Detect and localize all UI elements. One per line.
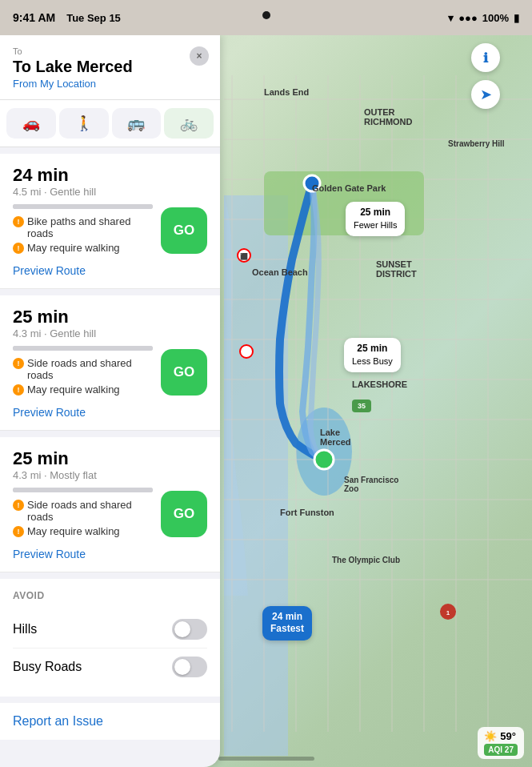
route-3-warning-1: ! Side roads and shared roads [13, 499, 153, 523]
go-button-2[interactable]: GO [161, 349, 207, 396]
weather-widget: ☀️ 59° AQI 27 [478, 727, 524, 759]
transport-tabs: 🚗 🚶 🚌 🚲 [0, 100, 220, 147]
label-less-busy: 25 minLess Busy [344, 338, 401, 372]
avoid-title: AVOID [13, 590, 207, 601]
home-indicator[interactable] [218, 757, 314, 761]
avoid-hills-row: Hills [13, 611, 207, 649]
route-2-detail: 4.3 mi · Gentle hill [13, 327, 207, 339]
route-1-progress [13, 204, 153, 209]
wifi-icon: ▾ [448, 12, 454, 24]
go-button-3[interactable]: GO [161, 491, 207, 537]
preview-link-1[interactable]: Preview Route [13, 264, 207, 277]
warning-dot-2: ! [13, 243, 24, 254]
busy-roads-toggle[interactable] [172, 657, 207, 677]
battery-label: 100% [482, 12, 509, 24]
sidebar-panel: To To Lake Merced From My Location × 🚗 🚶… [0, 35, 220, 767]
route-card-3: 25 min 4.3 mi · Mostly flat ! Side roads… [0, 437, 220, 572]
camera-dot [262, 11, 270, 19]
route-2-time: 25 min [13, 307, 207, 327]
svg-text:1: 1 [446, 609, 450, 616]
warning-text-3: Side roads and shared roads [27, 357, 153, 381]
from-label: From My Location [13, 78, 207, 90]
preview-link-3[interactable]: Preview Route [13, 548, 207, 560]
temperature: 59° [500, 730, 516, 742]
route-1-progress-wrap: ! Bike paths and shared roads ! May requ… [13, 204, 153, 256]
route-3-detail: 4.3 mi · Mostly flat [13, 469, 207, 481]
svg-text:⬛: ⬛ [240, 252, 248, 260]
route-2-progress-wrap: ! Side roads and shared roads ! May requ… [13, 346, 153, 398]
svg-point-26 [314, 450, 334, 469]
route-3-progress-wrap: ! Side roads and shared roads ! May requ… [13, 488, 153, 540]
route-1-inner: ! Bike paths and shared roads ! May requ… [13, 204, 207, 256]
battery-icon: ▮ [514, 12, 519, 24]
status-right: ▾ ●●● 100% ▮ [448, 12, 519, 24]
tab-walk[interactable]: 🚶 [59, 108, 109, 139]
svg-point-29 [240, 345, 253, 358]
report-section: Report an Issue [0, 703, 220, 740]
warning-dot-5: ! [13, 500, 24, 511]
route-3-progress [13, 488, 153, 492]
route-1-warning-1: ! Bike paths and shared roads [13, 215, 153, 239]
warning-dot-3: ! [13, 358, 24, 369]
go-button-1[interactable]: GO [161, 207, 207, 254]
avoid-busy-roads-row: Busy Roads [13, 649, 207, 685]
warning-dot-1: ! [13, 216, 24, 227]
info-icon: ℹ [483, 50, 488, 66]
location-button[interactable]: ➤ [471, 80, 500, 109]
label-fastest: 24 min Fastest [262, 606, 312, 641]
tab-bike[interactable]: 🚲 [164, 108, 214, 139]
warning-text-1: Bike paths and shared roads [27, 215, 153, 239]
avoid-hills-label: Hills [13, 622, 37, 636]
signal-icon: ●●● [458, 12, 478, 24]
route-1-detail: 4.5 mi · Gentle hill [13, 186, 207, 198]
close-button[interactable]: × [190, 46, 209, 66]
status-time: 9:41 AM [13, 11, 55, 24]
preview-link-2[interactable]: Preview Route [13, 406, 207, 419]
route-card-1: 24 min 4.5 mi · Gentle hill ! Bike paths… [0, 154, 220, 289]
header-to-label: To [13, 46, 207, 56]
route-1-time: 24 min [13, 165, 207, 186]
report-link[interactable]: Report an Issue [13, 714, 103, 728]
warning-text-6: May require walking [27, 525, 120, 537]
warning-dot-6: ! [13, 526, 24, 537]
route-3-warning-2: ! May require walking [13, 525, 153, 537]
warning-text-2: May require walking [27, 242, 120, 254]
status-date: Tue Sep 15 [66, 12, 121, 24]
warning-text-5: Side roads and shared roads [27, 499, 153, 523]
route-1-warning-2: ! May require walking [13, 242, 153, 254]
svg-text:35: 35 [358, 402, 366, 410]
weather-icon: ☀️ [484, 730, 497, 742]
route-3-time: 25 min [13, 448, 207, 469]
tab-car[interactable]: 🚗 [6, 108, 56, 139]
avoid-section: AVOID Hills Busy Roads [0, 579, 220, 697]
route-2-warning-2: ! May require walking [13, 384, 153, 396]
destination-title: To Lake Merced [13, 58, 207, 76]
avoid-busy-roads-label: Busy Roads [13, 660, 82, 674]
aqi-badge: AQI 27 [484, 744, 518, 756]
tab-transit[interactable]: 🚌 [112, 108, 162, 139]
svg-point-25 [304, 175, 320, 191]
warning-dot-4: ! [13, 384, 24, 396]
route-2-inner: ! Side roads and shared roads ! May requ… [13, 346, 207, 398]
warning-text-4: May require walking [27, 384, 120, 396]
info-button[interactable]: ℹ [471, 43, 500, 72]
close-icon: × [196, 50, 202, 62]
arrow-icon: ➤ [480, 86, 492, 103]
route-card-2: 25 min 4.3 mi · Gentle hill ! Side roads… [0, 295, 220, 431]
from-text: From [13, 78, 37, 90]
from-location: My Location [40, 78, 96, 90]
sidebar-header: To To Lake Merced From My Location × [0, 35, 220, 100]
label-fewer-hills: 25 minFewer Hills [346, 202, 405, 236]
route-3-inner: ! Side roads and shared roads ! May requ… [13, 488, 207, 540]
route-2-warning-1: ! Side roads and shared roads [13, 357, 153, 381]
route-2-progress [13, 346, 153, 351]
hills-toggle[interactable] [172, 619, 207, 640]
